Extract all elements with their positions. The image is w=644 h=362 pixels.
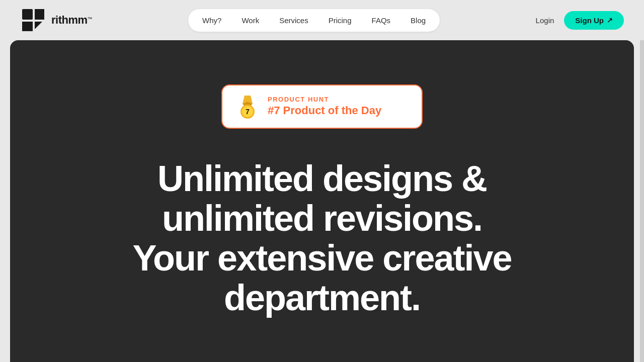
nav-item-services[interactable]: Services [269, 12, 318, 29]
hero-section: 7 PRODUCT HUNT #7 Product of the Day Unl… [10, 40, 634, 362]
signup-arrow-icon: ↗ [607, 16, 613, 24]
svg-marker-3 [22, 22, 33, 31]
rithmm-logo-icon [20, 7, 46, 33]
svg-marker-2 [35, 9, 44, 20]
logo[interactable]: rithmm™ [20, 7, 93, 33]
svg-marker-4 [35, 22, 42, 29]
signup-button[interactable]: Sign Up ↗ [564, 11, 624, 30]
product-hunt-text: PRODUCT HUNT #7 Product of the Day [268, 96, 381, 117]
nav-item-faqs[interactable]: FAQs [362, 12, 401, 29]
logo-wordmark: rithmm™ [51, 14, 93, 27]
header-actions: Login Sign Up ↗ [536, 11, 624, 30]
medal-icon: 7 [234, 94, 261, 120]
product-hunt-title: #7 Product of the Day [268, 104, 381, 117]
header: rithmm™ Why? Work Services Pricing FAQs … [0, 0, 644, 40]
nav-item-blog[interactable]: Blog [400, 12, 436, 29]
login-button[interactable]: Login [536, 16, 554, 25]
scrollbar[interactable] [640, 0, 644, 362]
main-nav: Why? Work Services Pricing FAQs Blog [188, 9, 440, 32]
product-hunt-label: PRODUCT HUNT [268, 96, 381, 103]
svg-text:7: 7 [246, 108, 250, 116]
nav-item-pricing[interactable]: Pricing [318, 12, 362, 29]
product-hunt-badge: 7 PRODUCT HUNT #7 Product of the Day [221, 84, 423, 129]
hero-heading: Unlimited designs & unlimited revisions.… [132, 159, 511, 318]
nav-item-why[interactable]: Why? [192, 12, 231, 29]
nav-item-work[interactable]: Work [231, 12, 269, 29]
svg-rect-1 [22, 9, 33, 20]
